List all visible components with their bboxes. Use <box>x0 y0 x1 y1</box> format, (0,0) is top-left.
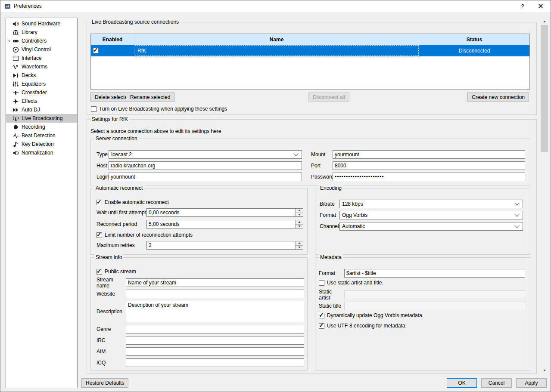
help-button[interactable]: ? <box>514 0 532 12</box>
website-input[interactable] <box>126 290 304 298</box>
period-spinbox[interactable] <box>146 220 303 228</box>
sidebar-item-decks[interactable]: Decks <box>6 71 77 80</box>
stream-name-input[interactable] <box>126 278 304 287</box>
autodj-icon <box>12 107 21 113</box>
turn-on-broadcasting-row[interactable]: Turn on Live Broadcasting when applying … <box>91 105 227 112</box>
irc-label: IRC <box>97 337 126 343</box>
utf8-metadata-row[interactable]: Use UTF-8 encoding for metadata. <box>319 322 407 329</box>
sidebar-item-controllers[interactable]: › Controllers <box>6 37 77 45</box>
sidebar-item-crossfader[interactable]: Crossfader <box>6 88 77 97</box>
sidebar-item-label: Key Detection <box>21 141 54 147</box>
close-button[interactable]: ✕ <box>532 0 550 12</box>
vertical-scrollbar[interactable] <box>541 18 548 374</box>
sidebar-item-normalization[interactable]: Normalization <box>6 148 77 157</box>
form-row: Bitrate 128 kbps <box>320 200 523 208</box>
cancel-button[interactable]: Cancel <box>481 378 512 388</box>
restore-defaults-button[interactable]: Restore Defaults <box>81 378 128 388</box>
spin-down-button[interactable] <box>296 225 303 228</box>
header-enabled[interactable]: Enabled <box>91 34 134 45</box>
irc-input[interactable] <box>126 336 304 345</box>
sidebar-item-live-broadcasting[interactable]: Live Broadcasting <box>6 114 77 123</box>
description-textarea[interactable]: Description of your stream <box>126 301 304 322</box>
password-input[interactable] <box>333 173 525 181</box>
form-row: Format Ogg Vorbis <box>320 211 523 219</box>
spin-down-button[interactable] <box>296 246 303 250</box>
limit-attempts-checkbox[interactable] <box>97 232 102 238</box>
bitrate-label: Bitrate <box>320 201 339 207</box>
wait-spinbox[interactable] <box>146 208 303 217</box>
port-input[interactable] <box>333 161 525 170</box>
scroll-up-button[interactable] <box>541 18 548 25</box>
key-detection-icon <box>12 141 21 148</box>
icq-input[interactable] <box>126 358 304 367</box>
ok-button[interactable]: OK <box>447 378 477 388</box>
sidebar-item-key-detection[interactable]: Key Detection <box>6 140 77 148</box>
form-row: Format <box>319 269 525 278</box>
spin-down-button[interactable] <box>296 213 303 217</box>
channels-select[interactable]: Automatic <box>339 222 523 231</box>
retries-spinbox[interactable] <box>146 241 303 250</box>
period-label: Reconnect period <box>97 221 146 227</box>
sidebar-item-waveforms[interactable]: Waveforms <box>6 62 77 71</box>
sidebar-item-beat-detection[interactable]: Beat Detection <box>6 131 77 140</box>
static-metadata-row[interactable]: Use static artist and title. <box>319 279 383 286</box>
period-input[interactable] <box>147 220 295 228</box>
spin-buttons <box>295 241 303 249</box>
title-bar: Preferences ? ✕ <box>0 0 551 12</box>
public-stream-row[interactable]: Public stream <box>97 268 136 275</box>
sidebar-item-effects[interactable]: Effects <box>6 97 77 105</box>
dynamic-metadata-checkbox[interactable] <box>319 313 324 318</box>
group-title: Settings for RfK <box>90 116 129 122</box>
sidebar-item-label: Sound Hardware <box>21 21 60 27</box>
host-input[interactable] <box>109 161 302 170</box>
dynamic-metadata-row[interactable]: Dynamically update Ogg Vorbis metadata. <box>319 312 423 319</box>
selected-value: Icecast 2 <box>111 151 132 157</box>
public-stream-checkbox[interactable] <box>97 269 102 275</box>
chevron-right-icon[interactable]: › <box>6 38 12 44</box>
retries-input[interactable] <box>147 241 295 249</box>
connection-enabled-checkbox[interactable] <box>93 48 99 53</box>
static-metadata-checkbox[interactable] <box>319 280 324 286</box>
metadata-format-input[interactable] <box>344 269 525 278</box>
scrollbar-thumb[interactable] <box>541 25 548 152</box>
group-title: Metadata <box>319 254 343 260</box>
apply-button[interactable]: Apply <box>516 378 547 388</box>
sidebar-item-interface[interactable]: Interface <box>6 54 77 62</box>
connections-table: Enabled Name Status RfK Disconnected <box>90 34 530 90</box>
login-input[interactable] <box>109 173 302 181</box>
static-artist-label: Static artist <box>319 289 344 301</box>
enable-reconnect-row[interactable]: Enable automatic reconnect <box>97 199 169 206</box>
wait-input[interactable] <box>147 209 295 216</box>
create-new-connection-button[interactable]: Create new connection <box>467 93 529 102</box>
aim-input[interactable] <box>126 347 304 356</box>
utf8-metadata-checkbox[interactable] <box>319 323 324 329</box>
genre-input[interactable] <box>126 325 304 333</box>
sidebar-item-label: Interface <box>21 55 42 61</box>
sidebar-item-equalizers[interactable]: Equalizers <box>6 80 77 88</box>
spin-up-button[interactable] <box>296 209 303 213</box>
enable-reconnect-checkbox[interactable] <box>97 200 102 205</box>
format-select[interactable]: Ogg Vorbis <box>339 211 523 219</box>
limit-attempts-row[interactable]: Limit number of reconnection attempts <box>97 231 193 238</box>
table-row[interactable]: RfK Disconnected <box>91 45 529 56</box>
checkbox-label: Enable automatic reconnect <box>105 199 169 205</box>
sidebar-item-sound-hardware[interactable]: Sound Hardware <box>6 19 77 28</box>
mount-label: Mount <box>311 151 333 157</box>
turn-on-broadcasting-checkbox[interactable] <box>91 106 97 112</box>
sidebar-item-label: Vinyl Control <box>21 46 51 52</box>
sidebar-item-vinyl-control[interactable]: Vinyl Control <box>6 45 77 54</box>
static-artist-input <box>344 290 525 299</box>
spin-up-button[interactable] <box>296 241 303 246</box>
spin-up-button[interactable] <box>296 220 303 225</box>
header-name[interactable]: Name <box>134 34 419 45</box>
scroll-down-button[interactable] <box>541 367 548 374</box>
header-status[interactable]: Status <box>419 34 529 45</box>
bitrate-select[interactable]: 128 kbps <box>339 200 523 208</box>
sidebar-item-recording[interactable]: Recording <box>6 123 77 131</box>
sidebar-item-auto-dj[interactable]: Auto DJ <box>6 105 77 114</box>
mount-input[interactable] <box>333 150 525 159</box>
password-label: Password <box>311 174 333 180</box>
type-select[interactable]: Icecast 2 <box>109 150 302 159</box>
rename-selected-button[interactable]: Rename selected <box>126 93 174 102</box>
sidebar-item-library[interactable]: Library <box>6 28 77 37</box>
